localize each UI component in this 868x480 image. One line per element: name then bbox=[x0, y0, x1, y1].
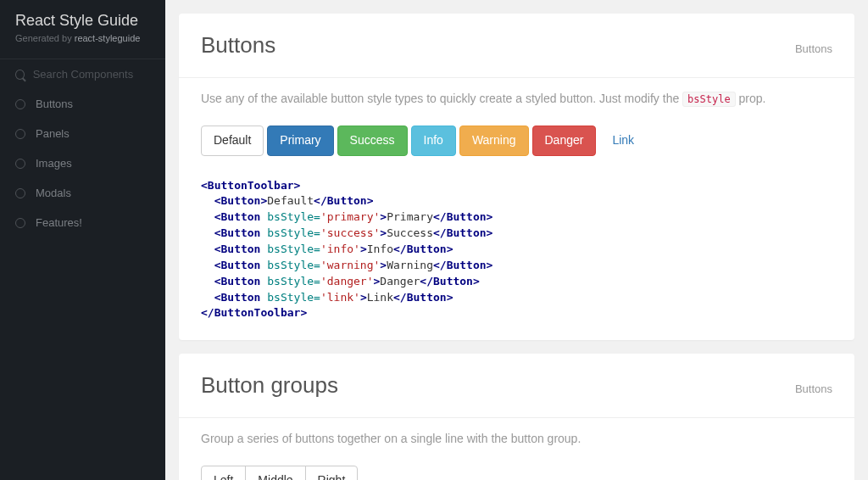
inline-code: bsStyle bbox=[682, 92, 736, 107]
code-block: <ButtonToolbar> <Button>Default</Button>… bbox=[179, 171, 854, 341]
section-tag: Buttons bbox=[795, 382, 832, 395]
section-description: Group a series of buttons together on a … bbox=[179, 418, 854, 450]
sidebar-nav: ButtonsPanelsImagesModalsFeatures! bbox=[0, 89, 165, 237]
section-title: Button groups bbox=[201, 372, 338, 399]
primary-button[interactable]: Primary bbox=[267, 126, 333, 156]
search-wrap bbox=[0, 59, 165, 89]
circle-icon bbox=[15, 188, 25, 198]
example-area: LeftMiddleRight bbox=[179, 450, 854, 480]
success-button[interactable]: Success bbox=[337, 126, 408, 156]
circle-icon bbox=[15, 99, 25, 109]
link-button[interactable]: Link bbox=[599, 126, 647, 156]
app-subtitle: Generated by react-styleguide bbox=[15, 33, 150, 43]
circle-icon bbox=[15, 159, 25, 169]
sidebar-item-label: Modals bbox=[36, 187, 71, 199]
main-content: ButtonsButtonsUse any of the available b… bbox=[165, 0, 868, 480]
sidebar-item-label: Features! bbox=[36, 216, 82, 229]
sidebar-item-features[interactable]: Features! bbox=[0, 208, 165, 237]
card-header: ButtonsButtons bbox=[179, 14, 854, 67]
sidebar-item-label: Buttons bbox=[36, 98, 73, 110]
sidebar: React Style Guide Generated by react-sty… bbox=[0, 0, 165, 480]
danger-button[interactable]: Danger bbox=[532, 126, 597, 156]
section-title: Buttons bbox=[201, 32, 275, 59]
sidebar-item-images[interactable]: Images bbox=[0, 148, 165, 178]
search-input[interactable] bbox=[33, 68, 150, 81]
default-button[interactable]: Default bbox=[201, 126, 264, 156]
sidebar-item-label: Panels bbox=[36, 127, 70, 140]
circle-icon bbox=[15, 218, 25, 228]
search-icon bbox=[15, 70, 25, 80]
group-button-middle[interactable]: Middle bbox=[245, 466, 305, 480]
info-button[interactable]: Info bbox=[411, 126, 456, 156]
warning-button[interactable]: Warning bbox=[459, 126, 529, 156]
sidebar-item-buttons[interactable]: Buttons bbox=[0, 89, 165, 119]
group-button-right[interactable]: Right bbox=[305, 466, 359, 480]
example-area: DefaultPrimarySuccessInfoWarningDangerLi… bbox=[179, 110, 854, 171]
section-description: Use any of the available button style ty… bbox=[179, 78, 854, 110]
circle-icon bbox=[15, 129, 25, 139]
section-card: ButtonsButtonsUse any of the available b… bbox=[179, 14, 854, 340]
group-button-left[interactable]: Left bbox=[201, 466, 246, 480]
section-card: Button groupsButtonsGroup a series of bu… bbox=[179, 354, 854, 480]
app-title: React Style Guide bbox=[15, 12, 150, 30]
package-name: react-styleguide bbox=[75, 33, 141, 43]
sidebar-item-modals[interactable]: Modals bbox=[0, 178, 165, 208]
section-tag: Buttons bbox=[795, 42, 832, 55]
sidebar-item-label: Images bbox=[36, 157, 72, 170]
button-group: LeftMiddleRight bbox=[201, 466, 358, 480]
card-header: Button groupsButtons bbox=[179, 354, 854, 407]
sidebar-item-panels[interactable]: Panels bbox=[0, 119, 165, 148]
sidebar-header: React Style Guide Generated by react-sty… bbox=[0, 0, 165, 59]
